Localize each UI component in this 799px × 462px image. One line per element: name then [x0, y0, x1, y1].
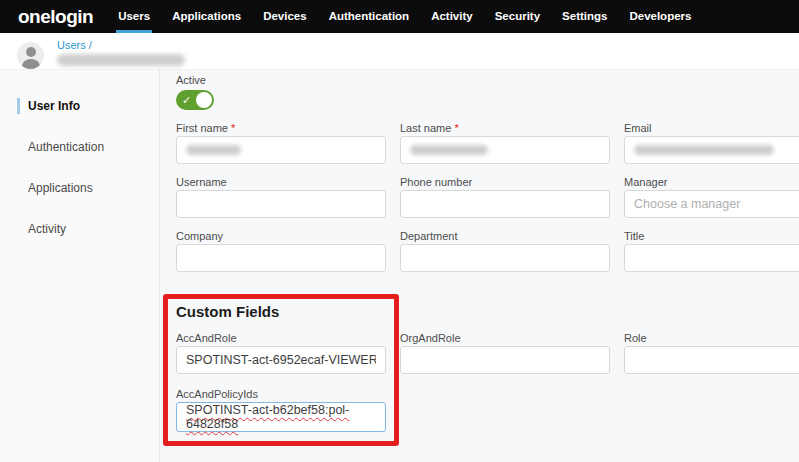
onelogin-logo: onelogin [18, 6, 93, 28]
field-username: Username [176, 174, 386, 218]
org-and-role-input[interactable] [400, 346, 610, 374]
user-info-form: Active ✓ First name* Last name* [160, 70, 799, 462]
role-input[interactable] [624, 346, 799, 374]
active-toggle-label: Active [176, 74, 799, 86]
custom-fields-heading: Custom Fields [176, 304, 799, 320]
field-acc-and-role: AccAndRole [176, 330, 386, 374]
user-avatar-icon [17, 42, 44, 69]
custom-fields-section: Custom Fields AccAndRole OrgAndRole Role [176, 304, 799, 432]
field-first-name: First name* [176, 120, 386, 164]
acc-and-policy-ids-value: SPOTINST-act-b62bef58:pol-64828f58 [186, 403, 376, 431]
redacted-first-name [186, 145, 241, 155]
redacted-user-name [57, 54, 185, 66]
field-last-name: Last name* [400, 120, 610, 164]
org-and-role-label: OrgAndRole [400, 332, 461, 344]
first-name-label: First name [176, 122, 228, 134]
field-company: Company [176, 228, 386, 272]
field-phone-number: Phone number [400, 174, 610, 218]
field-email: Email [624, 120, 799, 164]
field-department: Department [400, 228, 610, 272]
nav-tab-settings[interactable]: Settings [551, 0, 618, 33]
acc-and-role-label: AccAndRole [176, 332, 237, 344]
nav-tab-applications[interactable]: Applications [161, 0, 252, 33]
acc-and-policy-ids-label: AccAndPolicyIds [176, 388, 258, 400]
department-label: Department [400, 230, 457, 242]
required-marker: * [231, 122, 235, 134]
avatar-body-shape [22, 59, 40, 69]
checkmark-icon: ✓ [182, 93, 191, 107]
sidebar: User Info Authentication Applications Ac… [0, 70, 160, 462]
active-toggle[interactable]: ✓ [176, 90, 214, 110]
phone-number-input[interactable] [400, 190, 610, 218]
role-label: Role [624, 332, 647, 344]
last-name-label: Last name [400, 122, 451, 134]
title-input[interactable] [624, 244, 799, 272]
nav-tab-developers[interactable]: Developers [618, 0, 702, 33]
acc-and-policy-ids-input[interactable]: SPOTINST-act-b62bef58:pol-64828f58 [176, 402, 386, 432]
nav-tab-devices[interactable]: Devices [252, 0, 317, 33]
sidebar-item-applications[interactable]: Applications [0, 174, 159, 202]
phone-number-label: Phone number [400, 176, 472, 188]
company-input[interactable] [176, 244, 386, 272]
toggle-knob [196, 92, 212, 108]
sidebar-item-user-info[interactable]: User Info [0, 92, 159, 120]
sidebar-item-authentication[interactable]: Authentication [0, 133, 159, 161]
sidebar-item-activity[interactable]: Activity [0, 215, 159, 243]
breadcrumb-users-link[interactable]: Users / [57, 39, 92, 51]
company-label: Company [176, 230, 223, 242]
manager-input[interactable] [624, 190, 799, 218]
required-marker: * [454, 122, 458, 134]
username-input[interactable] [176, 190, 386, 218]
nav-tab-security[interactable]: Security [484, 0, 551, 33]
field-acc-and-policy-ids: AccAndPolicyIds SPOTINST-act-b62bef58:po… [176, 386, 386, 432]
title-label: Title [624, 230, 644, 242]
manager-label: Manager [624, 176, 667, 188]
nav-tab-authentication[interactable]: Authentication [318, 0, 421, 33]
page-header: Users / [0, 33, 799, 70]
top-navigation-bar: onelogin Users Applications Devices Auth… [0, 0, 799, 33]
field-role: Role [624, 330, 799, 374]
field-title: Title [624, 228, 799, 272]
nav-tab-activity[interactable]: Activity [420, 0, 484, 33]
redacted-email [634, 145, 774, 155]
acc-and-role-input[interactable] [176, 346, 386, 374]
redacted-last-name [410, 145, 488, 155]
avatar-head-shape [26, 47, 36, 57]
field-manager: Manager [624, 174, 799, 218]
nav-tab-users[interactable]: Users [107, 0, 161, 33]
email-label: Email [624, 122, 652, 134]
username-label: Username [176, 176, 227, 188]
field-org-and-role: OrgAndRole [400, 330, 610, 374]
department-input[interactable] [400, 244, 610, 272]
